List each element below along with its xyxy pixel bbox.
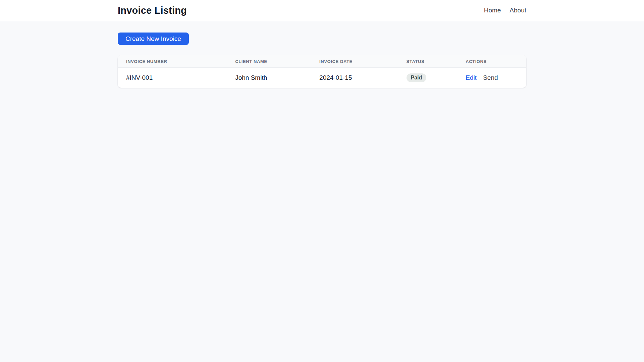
nav-link-about[interactable]: About	[509, 7, 526, 14]
column-header-actions: ACTIONS	[457, 55, 526, 68]
invoice-table-body: #INV-001 John Smith 2024-01-15 Paid Edit…	[118, 68, 526, 88]
table-row: #INV-001 John Smith 2024-01-15 Paid Edit…	[118, 68, 526, 88]
header-row: INVOICE NUMBER CLIENT NAME INVOICE DATE …	[118, 55, 526, 68]
status-cell: Paid	[398, 68, 458, 88]
actions-cell: Edit Send	[457, 68, 526, 88]
app-header: Invoice Listing Home About	[0, 0, 644, 21]
column-header-status: STATUS	[398, 55, 458, 68]
main-content: Create New Invoice INVOICE NUMBER CLIENT…	[0, 21, 644, 88]
top-nav: Home About	[484, 7, 526, 14]
invoice-date-cell: 2024-01-15	[311, 68, 398, 88]
edit-link[interactable]: Edit	[466, 74, 477, 81]
invoice-table-header: INVOICE NUMBER CLIENT NAME INVOICE DATE …	[118, 55, 526, 68]
invoice-table-card: INVOICE NUMBER CLIENT NAME INVOICE DATE …	[118, 55, 526, 88]
nav-link-home[interactable]: Home	[484, 7, 501, 14]
create-new-invoice-button[interactable]: Create New Invoice	[118, 33, 189, 45]
invoice-table: INVOICE NUMBER CLIENT NAME INVOICE DATE …	[118, 55, 526, 88]
column-header-invoice-date: INVOICE DATE	[311, 55, 398, 68]
status-badge: Paid	[407, 73, 427, 82]
invoice-number-cell: #INV-001	[118, 68, 227, 88]
column-header-invoice-number: INVOICE NUMBER	[118, 55, 227, 68]
page-title: Invoice Listing	[118, 5, 187, 16]
client-name-cell: John Smith	[227, 68, 311, 88]
column-header-client-name: CLIENT NAME	[227, 55, 311, 68]
send-link[interactable]: Send	[483, 74, 498, 81]
